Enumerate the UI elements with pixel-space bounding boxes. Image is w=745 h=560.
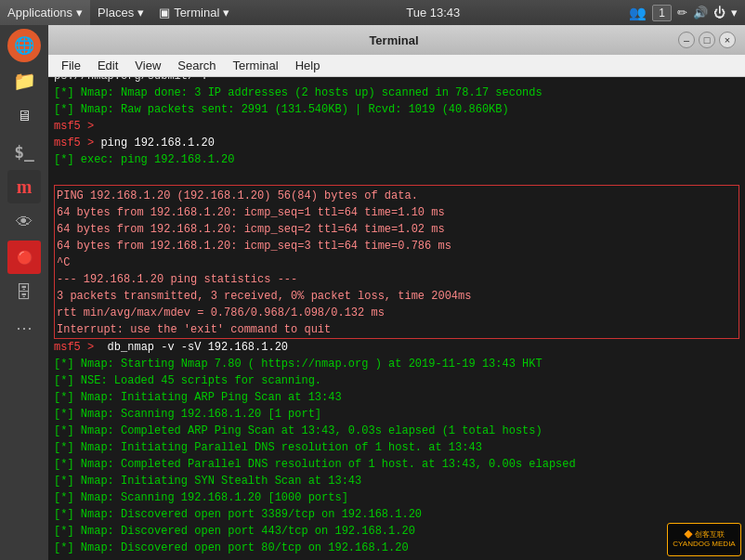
window-title: Terminal [113,33,674,47]
pencil-icon: ✏ [677,6,687,20]
workspace-badge[interactable]: 1 [652,5,672,21]
sidebar-icon-dollar[interactable]: $_ [7,135,41,168]
people-icon: 👥 [629,5,647,21]
menu-file[interactable]: File [54,57,88,74]
places-dropdown-icon: ▾ [137,6,144,20]
menu-bar: File Edit View Search Terminal Help [48,55,745,77]
volume-icon[interactable]: 🔊 [693,6,708,20]
taskbar: Applications ▾ Places ▾ ▣ Terminal ▾ Tue… [0,0,745,25]
terminal-icon-small: ▣ [159,6,170,20]
sidebar-icon-terminal[interactable]: 🖥 [7,99,41,133]
window-titlebar: Terminal – □ × [48,25,745,55]
terminal-window: Terminal – □ × File Edit View Search Ter… [48,25,745,560]
watermark-text: 🔶 创客互联CYANDOG MEDIA [673,530,735,550]
maximize-button[interactable]: □ [699,32,715,48]
sidebar-icon-security[interactable]: 🔴 [7,241,41,274]
menu-view[interactable]: View [127,57,168,74]
applications-menu[interactable]: Applications ▾ [0,0,90,25]
sidebar-icon-m[interactable]: m [7,170,41,203]
applications-label: Applications [7,6,72,20]
minimize-button[interactable]: – [678,32,695,48]
power-icon[interactable]: ⏻ [713,6,725,20]
sidebar: 🌐 📁 🖥 $_ m 👁 🔴 🗄 ⋯ [0,25,48,560]
sidebar-icon-apps[interactable]: ⋯ [7,311,41,345]
sidebar-icon-browser[interactable]: 🌐 [7,29,41,62]
close-button[interactable]: × [719,32,736,48]
places-label: Places [98,6,134,20]
sidebar-icon-files[interactable]: 📁 [7,64,41,98]
terminal-menu[interactable]: ▣ Terminal ▾ [151,0,237,25]
sidebar-icon-db[interactable]: 🗄 [7,276,41,309]
menu-terminal[interactable]: Terminal [226,57,286,74]
terminal-content[interactable]: ps://nmap.org/submit/ . [*] Nmap: Nmap d… [48,77,745,560]
applications-dropdown-icon: ▾ [76,6,83,20]
menu-edit[interactable]: Edit [90,57,125,74]
window-controls: – □ × [674,32,736,48]
terminal-label: Terminal [174,6,219,20]
taskbar-datetime: Tue 13:43 [237,6,629,20]
terminal-dropdown-icon: ▾ [223,6,229,20]
taskbar-right: 👥 1 ✏ 🔊 ⏻ ▾ [629,5,745,21]
power-dropdown-icon: ▾ [731,6,738,20]
watermark: 🔶 创客互联CYANDOG MEDIA [667,523,741,556]
places-menu[interactable]: Places ▾ [90,0,151,25]
sidebar-icon-eye[interactable]: 👁 [7,205,41,239]
menu-search[interactable]: Search [170,57,223,74]
menu-help[interactable]: Help [288,57,328,74]
